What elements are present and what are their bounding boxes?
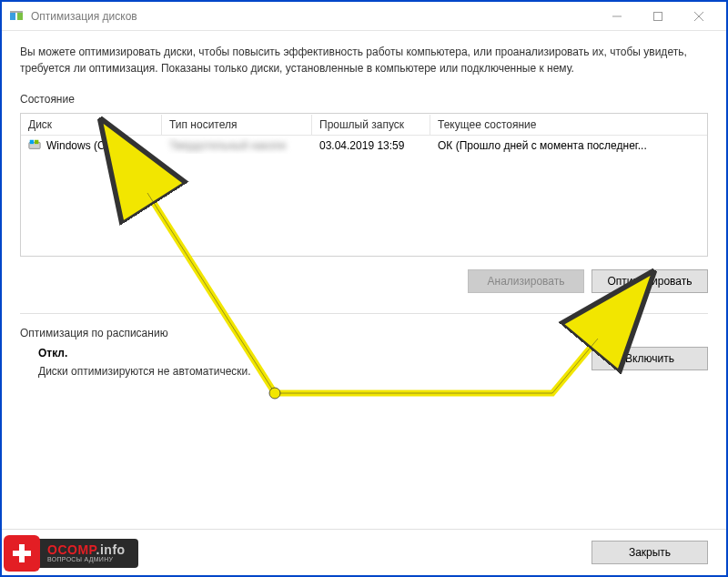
watermark-brand: OCOMP xyxy=(47,542,96,557)
close-dialog-button[interactable]: Закрыть xyxy=(592,541,708,564)
disk-table: Диск Тип носителя Прошлый запуск Текущее… xyxy=(20,113,708,257)
cell-last-run: 03.04.2019 13:59 xyxy=(312,137,430,154)
minimize-button[interactable] xyxy=(596,3,637,30)
svg-rect-13 xyxy=(13,551,31,556)
cell-media-type: Твердотельный накопи xyxy=(169,139,286,152)
table-row[interactable]: Windows (C:) Твердотельный накопи 03.04.… xyxy=(21,136,707,156)
cell-status: ОК (Прошло дней с момента последнег... xyxy=(430,137,707,154)
svg-rect-8 xyxy=(30,139,34,143)
svg-rect-1 xyxy=(17,13,23,20)
schedule-section-label: Оптимизация по расписанию xyxy=(20,327,708,339)
table-header: Диск Тип носителя Прошлый запуск Текущее… xyxy=(21,114,707,136)
header-type[interactable]: Тип носителя xyxy=(162,115,312,135)
watermark-logo: OCOMP.info ВОПРОСЫ АДМИНУ xyxy=(4,533,138,573)
svg-rect-2 xyxy=(10,11,23,13)
header-last-run[interactable]: Прошлый запуск xyxy=(312,115,430,135)
schedule-status-title: Откл. xyxy=(38,347,592,359)
optimize-button[interactable]: Оптимизировать xyxy=(592,269,708,293)
titlebar: Оптимизация дисков xyxy=(2,2,726,31)
app-icon xyxy=(9,9,24,24)
header-current-status[interactable]: Текущее состояние xyxy=(430,115,707,135)
enable-schedule-button[interactable]: Включить xyxy=(592,347,708,370)
close-button[interactable] xyxy=(678,3,719,30)
maximize-button[interactable] xyxy=(637,3,678,30)
optimize-drives-window: Оптимизация дисков Вы можете оптимизиров… xyxy=(2,2,726,575)
analyze-button: Анализировать xyxy=(468,269,584,293)
plus-icon xyxy=(4,535,40,572)
description-text: Вы можете оптимизировать диски, чтобы по… xyxy=(20,44,708,76)
header-disk[interactable]: Диск xyxy=(21,115,162,135)
status-section-label: Состояние xyxy=(20,93,708,106)
watermark-tagline: ВОПРОСЫ АДМИНУ xyxy=(47,556,126,563)
svg-rect-4 xyxy=(653,12,662,20)
window-title: Оптимизация дисков xyxy=(31,10,137,23)
cell-disk-name: Windows (C:) xyxy=(46,139,112,152)
watermark-suffix: .info xyxy=(96,542,126,557)
svg-rect-0 xyxy=(10,13,15,20)
divider xyxy=(20,313,708,314)
svg-rect-9 xyxy=(35,139,38,143)
schedule-status-subtitle: Диски оптимизируются не автоматически. xyxy=(38,365,592,378)
drive-icon xyxy=(28,138,41,154)
